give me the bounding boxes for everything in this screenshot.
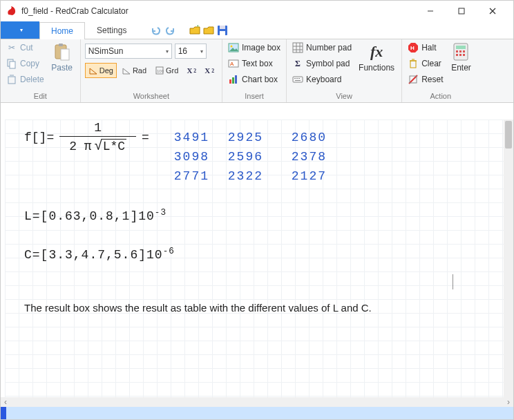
svg-text:H: H xyxy=(410,45,415,51)
deg-button[interactable]: Deg xyxy=(85,63,117,78)
svg-text:A: A xyxy=(230,61,234,67)
status-indicator xyxy=(1,407,6,419)
fx-icon: fx xyxy=(367,42,386,61)
clear-button[interactable]: Clear xyxy=(406,57,444,70)
trash-icon xyxy=(408,58,419,69)
svg-rect-31 xyxy=(298,78,300,79)
paste-icon xyxy=(53,42,72,61)
svg-rect-5 xyxy=(220,26,225,29)
svg-rect-32 xyxy=(295,80,301,81)
group-label-edit: Edit xyxy=(5,90,76,102)
result-matrix: 349129252680 309825962378 277123222127 xyxy=(155,128,327,186)
group-edit: ✂Cut Copy Delete Paste Edit xyxy=(1,39,81,102)
maximize-button[interactable] xyxy=(446,1,477,21)
halt-button[interactable]: HHalt xyxy=(406,41,444,55)
titlebar: f0_field - RedCrab Calculator xyxy=(1,1,513,21)
definition-L: L=[0.63,0.8,1]10-3 xyxy=(24,208,166,223)
scroll-left-icon[interactable]: ‹ xyxy=(1,397,10,407)
copy-button[interactable]: Copy xyxy=(5,57,46,70)
rad-button[interactable]: Rad xyxy=(118,63,150,78)
reset-button[interactable]: Reset xyxy=(406,73,444,86)
group-action: HHalt Clear Reset Enter Action xyxy=(402,39,479,102)
vertical-scrollbar[interactable] xyxy=(504,120,513,397)
sigma-icon: Σ xyxy=(292,58,303,69)
superscript-button[interactable]: X2 xyxy=(183,63,200,78)
number-pad-button[interactable]: Number pad xyxy=(291,41,353,55)
svg-point-17 xyxy=(231,46,233,48)
svg-rect-43 xyxy=(459,50,461,52)
calculator-icon xyxy=(451,42,470,61)
cut-button[interactable]: ✂Cut xyxy=(5,41,46,55)
svg-rect-22 xyxy=(235,75,237,84)
tab-settings[interactable]: Settings xyxy=(85,21,138,39)
note-text: The result box shows the result as table… xyxy=(24,302,372,314)
formula-f: f[]= 1 2 π √L*C = xyxy=(24,121,149,154)
chart-box-button[interactable]: Chart box xyxy=(227,73,282,86)
keyboard-button[interactable]: Keyboard xyxy=(291,73,353,86)
keyboard-icon xyxy=(292,74,303,85)
status-bar xyxy=(1,407,513,419)
group-view: Number pad ΣSymbol pad Keyboard fx Funct… xyxy=(287,39,402,102)
text-box-button[interactable]: AText box xyxy=(227,57,282,70)
group-label-view: View xyxy=(291,90,397,102)
file-tab[interactable] xyxy=(1,21,39,39)
svg-rect-41 xyxy=(456,46,466,49)
group-label-worksheet: Worksheet xyxy=(85,90,218,102)
scroll-thumb[interactable] xyxy=(505,121,512,149)
subscript-button[interactable]: X2 xyxy=(201,63,218,78)
formula-lhs: f[]= xyxy=(24,131,54,144)
scroll-right-icon[interactable]: › xyxy=(504,397,513,407)
window-title: f0_field - RedCrab Calculator xyxy=(21,6,415,16)
svg-rect-21 xyxy=(232,77,234,84)
svg-rect-30 xyxy=(296,78,298,79)
disk-icon[interactable] xyxy=(217,25,228,36)
svg-text:100: 100 xyxy=(157,69,164,73)
group-label-insert: Insert xyxy=(227,90,282,102)
minimize-button[interactable] xyxy=(415,1,446,21)
halt-icon: H xyxy=(408,42,419,53)
textbox-icon: A xyxy=(228,58,239,69)
delete-icon xyxy=(6,74,17,85)
svg-rect-9 xyxy=(8,77,15,84)
app-icon xyxy=(6,6,17,17)
close-button[interactable] xyxy=(477,1,508,21)
group-insert: Image box AText box Chart box Insert xyxy=(222,39,287,102)
svg-rect-6 xyxy=(220,31,225,35)
text-cursor xyxy=(453,274,453,289)
group-label-action: Action xyxy=(406,90,475,102)
functions-button[interactable]: fx Functions xyxy=(356,41,397,74)
open-icon[interactable] xyxy=(189,25,200,36)
font-select[interactable]: NSimSun▾ xyxy=(85,44,172,59)
grd-button[interactable]: 100Grd xyxy=(151,63,182,78)
symbol-pad-button[interactable]: ΣSymbol pad xyxy=(291,57,353,70)
redo-icon[interactable] xyxy=(164,25,175,36)
svg-rect-12 xyxy=(59,44,63,46)
image-box-button[interactable]: Image box xyxy=(227,41,282,55)
enter-button[interactable]: Enter xyxy=(447,41,475,74)
svg-rect-28 xyxy=(293,77,303,82)
font-size-select[interactable]: 16▾ xyxy=(175,44,207,59)
undo-icon[interactable] xyxy=(151,25,162,36)
image-icon xyxy=(228,42,239,53)
scissors-icon: ✂ xyxy=(6,42,17,53)
save-icon[interactable] xyxy=(203,25,214,36)
definition-C: C=[3.3,4.7,5.6]10-6 xyxy=(24,247,175,262)
fraction-denominator-pre: 2 π xyxy=(69,140,91,153)
svg-rect-35 xyxy=(410,61,416,68)
svg-rect-44 xyxy=(463,50,465,52)
delete-button[interactable]: Delete xyxy=(5,73,46,86)
horizontal-scrollbar[interactable]: ‹ › xyxy=(1,397,513,407)
svg-rect-42 xyxy=(456,50,458,52)
svg-rect-47 xyxy=(463,54,465,56)
svg-line-38 xyxy=(409,75,417,84)
svg-rect-20 xyxy=(229,79,231,84)
svg-rect-29 xyxy=(294,78,296,79)
svg-rect-46 xyxy=(459,54,461,56)
svg-rect-1 xyxy=(459,8,464,14)
group-worksheet: NSimSun▾ 16▾ Deg Rad 100Grd X2 X2 Worksh… xyxy=(81,39,222,102)
paste-button[interactable]: Paste xyxy=(48,41,76,74)
svg-rect-45 xyxy=(456,54,458,56)
numpad-icon xyxy=(292,42,303,53)
worksheet[interactable]: f[]= 1 2 π √L*C = 349129252680 309825962… xyxy=(1,103,513,397)
tab-home[interactable]: Home xyxy=(39,22,85,39)
